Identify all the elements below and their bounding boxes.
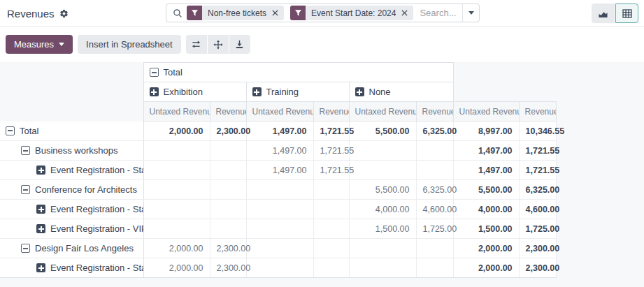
pivot-cell xyxy=(210,141,246,161)
pivot-header: TotalExhibitionTrainingNoneUntaxed Reven… xyxy=(0,63,556,122)
pivot-measure-header[interactable]: Untaxed Revenues xyxy=(453,102,519,122)
pivot-row-header[interactable]: Conference for Architects xyxy=(0,180,143,200)
expand-plus-icon xyxy=(36,205,45,214)
pivot-cell xyxy=(313,258,349,278)
view-switcher xyxy=(592,3,638,23)
pivot-cell: 1,497.00 xyxy=(453,141,519,161)
top-bar: Revenues Non-free tickets Even xyxy=(0,0,644,27)
pivot-row-header[interactable]: Total xyxy=(0,122,143,141)
collapse-minus-icon xyxy=(21,185,30,194)
pivot-table: TotalExhibitionTrainingNoneUntaxed Reven… xyxy=(0,62,557,278)
facet-remove-icon[interactable] xyxy=(401,10,408,16)
pivot-row: Event Registration - Standard1,497.001,7… xyxy=(0,161,556,180)
pivot-cell xyxy=(416,258,453,278)
pivot-row-header[interactable]: Event Registration - VIP xyxy=(0,219,143,239)
pivot-corner xyxy=(0,63,143,82)
pivot-cell: 1,497.00 xyxy=(453,161,519,180)
gear-icon[interactable] xyxy=(59,9,69,18)
chevron-down-icon xyxy=(59,43,64,46)
pivot-row: Event Registration - Standard2,000.002,3… xyxy=(0,258,556,278)
expand-all-button[interactable] xyxy=(208,35,229,54)
pivot-cell: 2,300.00 xyxy=(210,239,246,258)
pivot-cell xyxy=(246,239,313,258)
pivot-measure-header[interactable]: Untaxed Revenues xyxy=(246,102,313,122)
pivot-cell: 4,600.00 xyxy=(519,200,556,219)
pivot-cell: 6,325.00 xyxy=(519,180,556,200)
pivot-row-header[interactable]: Event Registration - Standard xyxy=(0,161,143,180)
pivot-view-button[interactable] xyxy=(615,3,638,23)
pivot-cell xyxy=(313,239,349,258)
pivot-cell: 1,500.00 xyxy=(453,219,519,239)
pivot-cell xyxy=(349,258,416,278)
pivot-cell: 6,325.00 xyxy=(416,180,453,200)
pivot-cell xyxy=(349,141,416,161)
pivot-cell xyxy=(143,200,210,219)
search-dropdown-toggle[interactable] xyxy=(462,4,479,22)
pivot-cell xyxy=(210,200,246,219)
pivot-cell: 1,497.00 xyxy=(246,161,313,180)
expand-plus-icon xyxy=(36,263,45,272)
pivot-measure-header[interactable]: Revenues xyxy=(313,102,349,122)
search-input[interactable]: Search... xyxy=(420,8,462,18)
pivot-cell: 5,500.00 xyxy=(453,180,519,200)
pivot-row-header[interactable]: Design Fair Los Angeles xyxy=(0,239,143,258)
col-group-total[interactable]: Total xyxy=(143,63,453,82)
control-toolbar: Measures Insert in Spreadsheet xyxy=(0,27,644,62)
pivot-cell xyxy=(349,239,416,258)
insert-in-spreadsheet-button[interactable]: Insert in Spreadsheet xyxy=(78,35,181,54)
pivot-row-header[interactable]: Business workshops xyxy=(0,141,143,161)
pivot-cell xyxy=(143,141,210,161)
pivot-cell: 4,600.00 xyxy=(416,200,453,219)
collapse-minus-icon xyxy=(21,244,30,253)
pivot-cell: 2,000.00 xyxy=(143,258,210,278)
page-title: Revenues xyxy=(7,8,55,20)
filter-facet-non-free-tickets[interactable]: Non-free tickets xyxy=(187,6,284,20)
pivot-cell: 2,000.00 xyxy=(143,122,210,141)
pivot-cell xyxy=(246,258,313,278)
pivot-measure-header[interactable]: Revenues xyxy=(519,102,556,122)
pivot-measure-header[interactable]: Untaxed Revenues xyxy=(349,102,416,122)
pivot-row: Design Fair Los Angeles2,000.002,300.002… xyxy=(0,239,556,258)
download-xlsx-button[interactable] xyxy=(229,35,250,54)
collapse-minus-icon xyxy=(6,126,15,135)
pivot-row: Total2,000.002,300.001,497.001,721.555,5… xyxy=(0,122,556,141)
pivot-cell xyxy=(143,219,210,239)
pivot-cell xyxy=(416,141,453,161)
col-group-none[interactable]: None xyxy=(349,82,453,102)
pivot-cell: 1,721.55 xyxy=(313,161,349,180)
pivot-row-header[interactable]: Event Registration - Standard xyxy=(0,200,143,219)
pivot-measure-header[interactable]: Untaxed Revenues xyxy=(143,102,210,122)
pivot-cell xyxy=(210,219,246,239)
pivot-cell xyxy=(416,161,453,180)
pivot-cell xyxy=(313,200,349,219)
pivot-measure-header[interactable]: Revenues xyxy=(210,102,246,122)
pivot-cell: 5,500.00 xyxy=(349,122,416,141)
pivot-row: Business workshops1,497.001,721.551,497.… xyxy=(0,141,556,161)
filter-facet-event-start-date[interactable]: Event Start Date: 2024 xyxy=(290,6,413,20)
expand-plus-icon xyxy=(355,87,364,96)
pivot-measure-header[interactable]: Revenues xyxy=(416,102,453,122)
pivot-cell: 2,300.00 xyxy=(519,258,556,278)
expand-plus-icon xyxy=(150,87,159,96)
pivot-cell: 1,721.55 xyxy=(519,141,556,161)
pivot-cell: 1,500.00 xyxy=(349,219,416,239)
pivot-cell xyxy=(210,161,246,180)
facet-label: Non-free tickets xyxy=(208,8,266,18)
facet-remove-icon[interactable] xyxy=(272,10,278,16)
measures-button[interactable]: Measures xyxy=(6,35,73,54)
col-group-training[interactable]: Training xyxy=(246,82,349,102)
pivot-cell: 1,725.00 xyxy=(416,219,453,239)
graph-view-button[interactable] xyxy=(592,3,615,23)
flip-axis-button[interactable] xyxy=(186,35,207,54)
expand-plus-icon xyxy=(36,165,45,175)
search-bar[interactable]: Non-free tickets Event Start Date: 2024 … xyxy=(166,3,480,22)
pivot-row: Event Registration - VIP1,500.001,725.00… xyxy=(0,219,556,239)
pivot-cell xyxy=(246,180,313,200)
expand-plus-icon xyxy=(252,87,262,96)
pivot-row-header[interactable]: Event Registration - Standard xyxy=(0,258,143,278)
col-group-exhibition[interactable]: Exhibition xyxy=(143,82,246,102)
chevron-down-icon xyxy=(468,11,474,15)
pivot-cell xyxy=(349,161,416,180)
pivot-cell: 1,497.00 xyxy=(246,141,313,161)
pivot-header-row-groups: ExhibitionTrainingNone xyxy=(0,82,556,102)
